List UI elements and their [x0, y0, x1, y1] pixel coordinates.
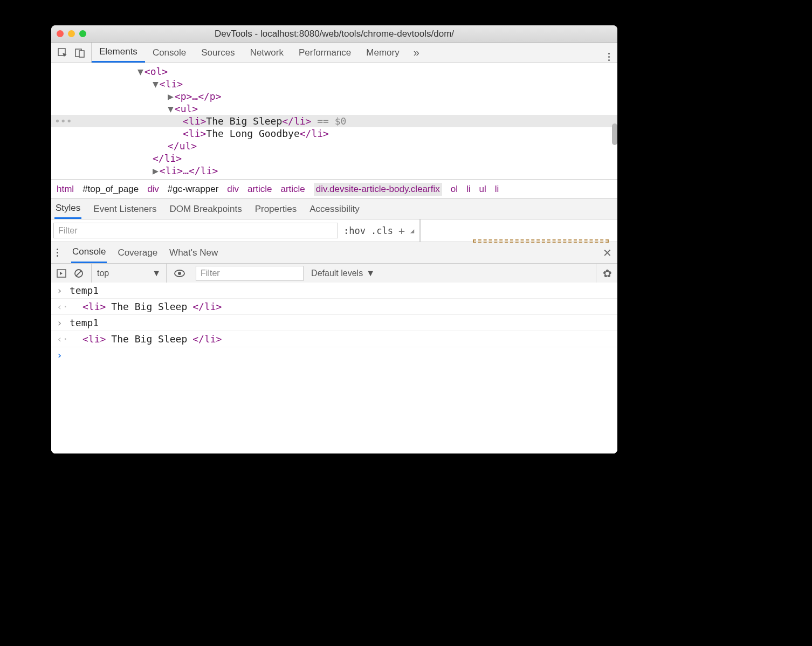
- dom-node[interactable]: </li>: [51, 152, 617, 164]
- toolbar-left: [51, 43, 92, 63]
- console-line: ‹·<li>The Big Sleep</li>: [51, 331, 617, 347]
- styles-tab-styles[interactable]: Styles: [54, 199, 81, 219]
- breadcrumb-bar: html#top_of_pagediv#gc-wrapperdivarticle…: [51, 179, 617, 198]
- drawer-tab-console[interactable]: Console: [71, 242, 107, 263]
- console-filter-input[interactable]: Filter: [196, 266, 304, 281]
- hov-toggle[interactable]: :hov: [343, 225, 366, 236]
- breadcrumb-item[interactable]: ul: [479, 184, 486, 195]
- console-body[interactable]: ›temp1‹·<li>The Big Sleep</li>›temp1‹·<l…: [51, 283, 617, 453]
- log-levels-selector[interactable]: Default levels ▼: [311, 269, 375, 278]
- tab-sources[interactable]: Sources: [194, 43, 242, 63]
- svg-point-7: [178, 272, 181, 275]
- minimize-window-button[interactable]: [68, 30, 75, 37]
- dom-node[interactable]: ▶<p>…</p>: [51, 90, 617, 102]
- tab-performance[interactable]: Performance: [291, 43, 359, 63]
- dom-node[interactable]: <li>The Long Goodbye</li>: [51, 127, 617, 140]
- levels-label: Default levels: [311, 269, 363, 278]
- scrollbar-thumb[interactable]: [612, 123, 617, 145]
- context-selector[interactable]: top ▼: [91, 264, 167, 283]
- live-expression-icon[interactable]: [174, 270, 185, 277]
- breadcrumb-item[interactable]: div.devsite-article-body.clearfix: [314, 183, 442, 196]
- corner-resize-icon[interactable]: ◢: [410, 227, 414, 235]
- breadcrumb-item[interactable]: article: [247, 184, 272, 195]
- dom-node[interactable]: </ul>: [51, 140, 617, 152]
- breadcrumb-item[interactable]: li: [466, 184, 471, 195]
- chevron-down-icon: ▼: [366, 269, 375, 278]
- breadcrumb-item[interactable]: article: [280, 184, 305, 195]
- window-title: DevTools - localhost:8080/web/tools/chro…: [51, 29, 617, 39]
- styles-tab-event-listeners[interactable]: Event Listeners: [92, 199, 157, 219]
- console-line: ›temp1: [51, 315, 617, 331]
- dom-node[interactable]: ▼<li>: [51, 78, 617, 90]
- close-window-button[interactable]: [57, 30, 64, 37]
- cls-toggle[interactable]: .cls: [371, 225, 393, 236]
- svg-line-5: [76, 271, 81, 276]
- new-style-rule-icon[interactable]: +: [398, 224, 405, 237]
- row-actions-icon[interactable]: •••: [54, 115, 72, 127]
- traffic-lights: [57, 30, 86, 37]
- drawer-menu-icon[interactable]: [57, 249, 58, 257]
- drawer-tab-coverage[interactable]: Coverage: [116, 242, 159, 263]
- dom-node[interactable]: ▼<ol>: [51, 65, 617, 78]
- styles-tab-accessibility[interactable]: Accessibility: [308, 199, 361, 219]
- styles-filter-input[interactable]: Filter: [53, 223, 338, 238]
- breadcrumb-item[interactable]: div: [147, 184, 159, 195]
- more-tabs-icon[interactable]: »: [407, 46, 426, 59]
- tab-network[interactable]: Network: [243, 43, 291, 63]
- styles-toggle-group: :hov .cls + ◢: [338, 219, 420, 242]
- main-tabstrip: ElementsConsoleSourcesNetworkPerformance…: [51, 43, 617, 63]
- chevron-down-icon: ▼: [152, 269, 161, 278]
- breadcrumb-item[interactable]: #gc-wrapper: [168, 184, 219, 195]
- drawer-tabstrip: ConsoleCoverageWhat's New✕: [51, 242, 617, 263]
- console-sidebar-toggle-icon[interactable]: [57, 269, 66, 278]
- tab-memory[interactable]: Memory: [359, 43, 407, 63]
- styles-tab-dom-breakpoints[interactable]: DOM Breakpoints: [168, 199, 243, 219]
- main-menu-icon[interactable]: [601, 45, 617, 61]
- content-area: ▼<ol>▼<li>▶<p>…</p>▼<ul>•••<li>The Big S…: [51, 63, 617, 453]
- close-drawer-icon[interactable]: ✕: [603, 246, 612, 259]
- breadcrumb-item[interactable]: div: [227, 184, 239, 195]
- console-line[interactable]: ›: [51, 347, 617, 363]
- dom-node[interactable]: ▶<li>…</li>: [51, 164, 617, 177]
- breadcrumb-item[interactable]: ol: [451, 184, 458, 195]
- console-toolbar: top ▼ Filter Default levels ▼ ✿: [51, 263, 617, 283]
- svg-rect-2: [79, 51, 84, 57]
- breadcrumb-item[interactable]: html: [57, 184, 74, 195]
- inspect-icon[interactable]: [58, 48, 67, 58]
- context-label: top: [97, 269, 109, 278]
- zoom-window-button[interactable]: [79, 30, 86, 37]
- titlebar: DevTools - localhost:8080/web/tools/chro…: [51, 25, 617, 43]
- dom-node[interactable]: ▼<ul>: [51, 102, 617, 115]
- box-model-preview: [420, 219, 617, 242]
- clear-console-icon[interactable]: [74, 269, 84, 278]
- console-line: ›temp1: [51, 283, 617, 299]
- tab-elements[interactable]: Elements: [92, 43, 145, 63]
- drawer-tab-what-s-new[interactable]: What's New: [168, 242, 219, 263]
- styles-filter-row: Filter :hov .cls + ◢: [51, 219, 617, 242]
- styles-tab-properties[interactable]: Properties: [254, 199, 298, 219]
- device-toggle-icon[interactable]: [75, 48, 85, 58]
- tab-console[interactable]: Console: [145, 43, 194, 63]
- breadcrumb-item[interactable]: li: [495, 184, 499, 195]
- console-line: ‹·<li>The Big Sleep</li>: [51, 299, 617, 315]
- console-settings-icon[interactable]: ✿: [596, 264, 612, 283]
- dom-tree[interactable]: ▼<ol>▼<li>▶<p>…</p>▼<ul>•••<li>The Big S…: [51, 63, 617, 179]
- breadcrumb-item[interactable]: #top_of_page: [82, 184, 139, 195]
- styles-tabstrip: StylesEvent ListenersDOM BreakpointsProp…: [51, 198, 617, 219]
- dom-node[interactable]: •••<li>The Big Sleep</li> == $0: [51, 115, 617, 127]
- devtools-window: DevTools - localhost:8080/web/tools/chro…: [51, 25, 617, 453]
